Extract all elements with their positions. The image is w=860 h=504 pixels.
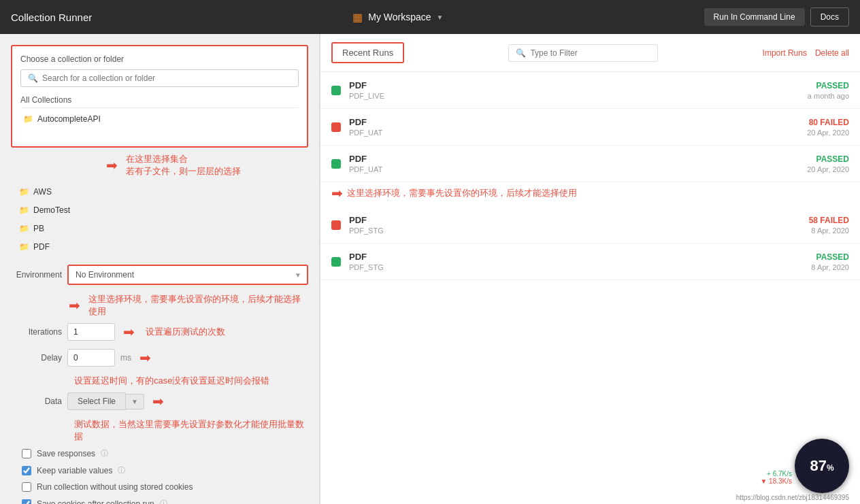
save-responses-label: Save responses: [37, 449, 95, 458]
annotation-collection-text: 在这里选择集合若有子文件，则一层层的选择: [126, 153, 241, 178]
speed-widget: 87%: [795, 439, 849, 493]
run-date: 8 Apr, 2020: [811, 263, 849, 271]
run-name: PDF: [349, 215, 801, 225]
arrow-icon: ➡: [331, 185, 343, 201]
tab-recent-runs[interactable]: Recent Runs: [331, 42, 404, 63]
run-without-cookies-checkbox[interactable]: [22, 482, 31, 492]
delay-label: Delay: [11, 353, 62, 363]
folder-icon: 📁: [23, 114, 33, 124]
run-info: PDF PDF_STG: [349, 252, 803, 271]
run-info: PDF PDF_UAT: [349, 117, 799, 137]
run-sub: PDF_UAT: [349, 129, 799, 137]
delay-input[interactable]: [67, 349, 115, 367]
environment-select-wrapper: No Environment ▼: [67, 265, 308, 285]
keep-variable-label: Keep variable values: [37, 466, 112, 475]
run-command-line-button[interactable]: Run In Command Line: [704, 8, 805, 26]
environment-row: Environment No Environment ▼: [11, 265, 308, 285]
docs-button[interactable]: Docs: [810, 7, 849, 27]
run-item-0[interactable]: PDF PDF_LIVE PASSED a month ago: [320, 72, 860, 109]
chevron-down-icon[interactable]: ▼: [126, 394, 144, 409]
app-title: Collection Runner: [11, 12, 92, 23]
collection-annotation: ➡ 在这里选择集合若有子文件，则一层层的选择: [106, 153, 308, 178]
folder-icon: 📁: [19, 224, 29, 233]
collection-item-aws[interactable]: 📁 AWS: [11, 183, 308, 201]
keep-variable-checkbox[interactable]: [22, 466, 31, 475]
info-icon: ⓘ: [118, 465, 125, 475]
run-info: PDF PDF_UAT: [349, 154, 799, 173]
collection-chooser-box: Choose a collection or folder 🔍 All Coll…: [11, 45, 308, 148]
annotation-delay-text: 设置延迟时间，有的case没有设置延迟时间会报错: [74, 375, 269, 387]
iterations-row: Iterations ➡ 设置遍历测试的次数: [11, 323, 308, 341]
run-status: PASSED 20 Apr, 2020: [807, 154, 849, 173]
run-name: PDF: [349, 252, 803, 262]
collection-search-input[interactable]: [42, 73, 291, 83]
run-item-4[interactable]: PDF PDF_STG PASSED 8 Apr, 2020: [320, 243, 860, 280]
header-actions: Run In Command Line Docs: [704, 7, 849, 27]
status-dot-passed: [331, 86, 341, 95]
environment-select[interactable]: No Environment: [69, 266, 307, 284]
workspace-icon: ▦: [352, 11, 363, 24]
save-cookies-checkbox[interactable]: [22, 499, 31, 505]
delay-row: Delay ms ➡: [11, 349, 308, 367]
status-dot-passed: [331, 159, 341, 169]
run-sub: PDF_STG: [349, 263, 803, 271]
run-sub: PDF_UAT: [349, 165, 799, 173]
url-bar: https://blog.csdn.net/zbj18314469395: [736, 494, 849, 501]
delete-all-button[interactable]: Delete all: [815, 48, 849, 58]
run-status: 58 FAILED 8 Apr, 2020: [809, 216, 849, 235]
status-dot-failed: [331, 122, 341, 132]
search-icon: 🔍: [516, 48, 526, 58]
collection-search-box: 🔍: [20, 69, 299, 87]
speed-up: + 6.7K/s: [760, 470, 792, 477]
info-icon: ⓘ: [101, 448, 108, 458]
import-runs-button[interactable]: Import Runs: [763, 48, 807, 58]
speed-info: + 6.7K/s ▼ 18.3K/s: [760, 470, 792, 485]
arrow-icon: ➡: [139, 350, 151, 366]
chevron-down-icon: ▼: [437, 14, 444, 21]
run-status-text: PASSED: [807, 154, 849, 164]
run-status-text: 80 FAILED: [807, 118, 849, 127]
delay-annotation: 设置延迟时间，有的case没有设置延迟时间会报错: [69, 375, 308, 387]
arrow-icon: ➡: [152, 393, 164, 409]
data-row: Data Select File ▼ ➡: [11, 392, 308, 410]
collection-name: AutocompleteAPI: [37, 114, 101, 124]
main-content: Choose a collection or folder 🔍 All Coll…: [0, 34, 860, 504]
workspace-selector[interactable]: ▦ My Workspace ▼: [352, 11, 443, 24]
folder-icon: 📁: [19, 187, 29, 197]
select-file-button[interactable]: Select File: [67, 392, 126, 410]
annotation-env-right-text: 这里选择环境，需要事先设置你的环境，后续才能选择使用: [347, 187, 577, 199]
run-date: a month ago: [808, 92, 849, 100]
annotation-env-text: 这里选择环境，需要事先设置你的环境，后续才能选择使用: [88, 293, 308, 318]
run-without-cookies-row: Run collection without using stored cook…: [11, 482, 308, 492]
workspace-name: My Workspace: [368, 12, 431, 22]
status-dot-passed: [331, 257, 341, 267]
collection-name: AWS: [33, 187, 52, 197]
file-input-wrapper: Select File ▼: [67, 392, 144, 410]
environment-annotation: ➡ 这里选择环境，需要事先设置你的环境，后续才能选择使用: [69, 293, 308, 318]
collection-name: PDF: [33, 242, 50, 252]
collection-name: DemoTest: [33, 205, 70, 215]
run-item-3[interactable]: PDF PDF_STG 58 FAILED 8 Apr, 2020: [320, 207, 860, 243]
left-panel: Choose a collection or folder 🔍 All Coll…: [0, 34, 320, 504]
run-item-1[interactable]: PDF PDF_UAT 80 FAILED 20 Apr, 2020: [320, 109, 860, 146]
filter-input[interactable]: [530, 48, 650, 58]
delay-unit: ms: [120, 353, 131, 363]
filter-box: 🔍: [508, 44, 658, 62]
run-date: 20 Apr, 2020: [807, 165, 849, 173]
collection-item-pb[interactable]: 📁 PB: [11, 220, 308, 238]
env-right-annotation: ➡ 这里选择环境，需要事先设置你的环境，后续才能选择使用: [320, 182, 860, 207]
status-dot-failed: [331, 220, 341, 230]
environment-label: Environment: [11, 270, 62, 280]
run-name: PDF: [349, 80, 799, 90]
right-panel: Recent Runs 🔍 Import Runs Delete all PDF…: [320, 34, 860, 504]
arrow-icon: ➡: [69, 297, 80, 314]
keep-variable-row: Keep variable values ⓘ: [11, 465, 308, 475]
collection-item-demotest[interactable]: 📁 DemoTest: [11, 201, 308, 220]
iterations-input[interactable]: [67, 323, 115, 341]
run-item-2[interactable]: PDF PDF_UAT PASSED 20 Apr, 2020: [320, 146, 860, 182]
speed-percent: 87%: [810, 457, 833, 475]
run-name: PDF: [349, 154, 799, 164]
run-name: PDF: [349, 117, 799, 127]
save-responses-checkbox[interactable]: [22, 449, 31, 458]
collection-item-pdf[interactable]: 📁 PDF: [11, 238, 308, 256]
